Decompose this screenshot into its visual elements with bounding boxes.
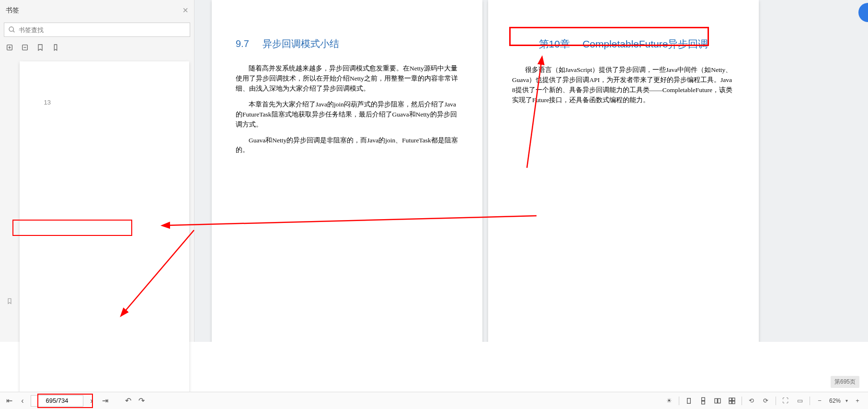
divider (679, 397, 679, 405)
presentation-icon[interactable]: ▭ (795, 396, 805, 406)
page-right: 第10章CompletableFuture异步回调 很多语言（如JavaScri… (488, 0, 759, 342)
bookmark-item[interactable]: 前言13 (0, 58, 194, 409)
page-number-input[interactable] (31, 395, 83, 407)
section-number: 9.7 (236, 38, 249, 49)
paragraph: 随着高并发系统越来越多，异步回调模式愈发重要。在Netty源码中大量使用了异步回… (236, 64, 458, 94)
brightness-icon[interactable]: ☀ (664, 396, 674, 406)
add-bookmark-icon[interactable] (6, 44, 13, 51)
svg-rect-13 (732, 398, 735, 400)
first-page-button[interactable]: ⇤ (4, 396, 14, 406)
svg-point-0 (9, 27, 13, 31)
page-tag: 第695页 (831, 376, 859, 388)
paragraph: 本章首先为大家介绍了Java的join闷葫芦式的异步阻塞，然后介绍了Java的F… (236, 100, 458, 130)
section-heading: 9.7异步回调模式小结 (236, 37, 458, 50)
continuous-page-icon[interactable] (698, 396, 708, 406)
divider (776, 397, 776, 405)
bookmark-toolbar (0, 40, 194, 56)
two-page-icon[interactable] (713, 396, 722, 406)
svg-rect-11 (718, 398, 720, 403)
chapter-number: 第10章 (539, 38, 570, 49)
bookmark-icon[interactable] (36, 44, 44, 51)
sidebar-title: 书签 (6, 6, 19, 15)
svg-rect-8 (702, 397, 705, 400)
next-page-button[interactable]: › (86, 396, 97, 406)
bookmark-page: 13 (20, 61, 189, 409)
bookmark-ribbon-icon[interactable] (52, 44, 59, 51)
svg-rect-12 (729, 398, 731, 400)
divider (742, 397, 742, 405)
remove-bookmark-icon[interactable] (21, 44, 29, 51)
sidebar-header: 书签 × (0, 0, 194, 20)
bookmark-list: 前言13自序16▸第1章 多线程原理与实战19▸第2章 Java内置锁的核心原理… (0, 56, 194, 409)
last-page-button[interactable]: ⇥ (100, 396, 110, 406)
page-nav-bar: ⇤ ‹ › ⇥ ↶ ↷ (0, 392, 194, 409)
single-page-icon[interactable] (684, 396, 694, 406)
paragraph: 很多语言（如JavaScript）提供了异步回调，一些Java中间件（如Nett… (512, 65, 735, 105)
bookmark-search[interactable] (4, 23, 190, 37)
zoom-percent[interactable]: 62% (829, 397, 841, 404)
divider (810, 397, 810, 405)
svg-rect-7 (687, 398, 691, 403)
zoom-in-button[interactable]: + (853, 396, 862, 406)
chapter-title: CompletableFuture异步回调 (582, 38, 708, 49)
chapter-heading: 第10章CompletableFuture异步回调 (519, 37, 728, 51)
svg-rect-14 (729, 401, 731, 403)
zoom-out-button[interactable]: − (815, 396, 824, 406)
two-page-continuous-icon[interactable] (727, 396, 737, 406)
search-icon (8, 26, 16, 34)
undo-view-button[interactable]: ↶ (123, 396, 133, 406)
bookmarks-sidebar: 书签 × 前言13自序16▸第1章 多线程原理与实战19▸第2章 Java内置锁… (0, 0, 194, 342)
svg-rect-10 (715, 398, 717, 403)
prev-page-button[interactable]: ‹ (17, 396, 28, 406)
view-controls-bar: ☀ ⟲ ⟳ ⛶ ▭ − 62%▾ + (194, 392, 868, 409)
rotate-right-icon[interactable]: ⟳ (761, 396, 771, 406)
document-viewport[interactable]: 9.7异步回调模式小结 随着高并发系统越来越多，异步回调模式愈发重要。在Nett… (194, 0, 868, 342)
close-icon[interactable]: × (183, 5, 188, 16)
page-left: 9.7异步回调模式小结 随着高并发系统越来越多，异步回调模式愈发重要。在Nett… (212, 0, 482, 342)
rotate-left-icon[interactable]: ⟲ (747, 396, 756, 406)
fullscreen-icon[interactable]: ⛶ (781, 396, 790, 406)
paragraph: Guava和Netty的异步回调是非阻塞的，而Java的join、FutureT… (236, 136, 458, 156)
svg-line-1 (13, 31, 14, 32)
search-input[interactable] (19, 26, 186, 34)
redo-view-button[interactable]: ↷ (136, 396, 147, 406)
svg-rect-9 (702, 401, 705, 404)
svg-rect-15 (732, 401, 735, 403)
bookmark-ribbon-icon (6, 298, 13, 304)
section-title: 异步回调模式小结 (263, 38, 339, 49)
